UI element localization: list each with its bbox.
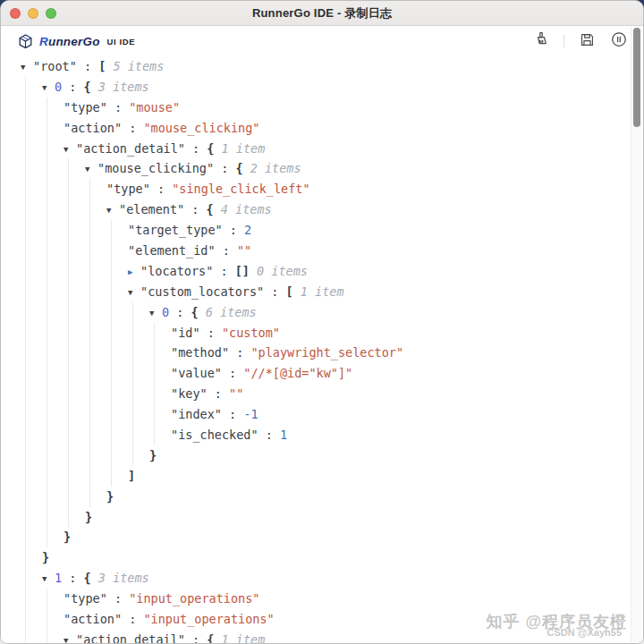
node-key: "element_id" <box>128 243 216 258</box>
expanded-toggle-icon[interactable]: ▼ <box>128 283 140 303</box>
open-bracket: { <box>84 80 91 94</box>
indent-guide <box>25 425 26 445</box>
colon: : <box>122 612 143 626</box>
minimize-window-button[interactable] <box>28 8 38 19</box>
open-bracket: { <box>207 202 214 216</box>
tree-row[interactable]: ▼"action_detail" : { 1 item <box>1 630 643 643</box>
floppy-disk-icon <box>579 31 596 52</box>
expanded-toggle-icon[interactable]: ▼ <box>106 200 119 221</box>
indent-guide <box>89 179 90 199</box>
open-bracket: [ <box>286 284 293 299</box>
tree-row[interactable]: ▼1 : { 3 items <box>1 568 643 589</box>
clean-logs-button[interactable] <box>531 31 551 51</box>
indent-guide <box>47 97 47 118</box>
node-key: "locators" <box>140 264 213 278</box>
node-key: "method" <box>171 345 229 360</box>
indent-guide <box>111 241 112 261</box>
indent-guide <box>68 179 69 199</box>
expanded-toggle-icon[interactable]: ▼ <box>149 303 162 324</box>
indent-guide <box>25 199 26 220</box>
indent-guide <box>47 179 47 199</box>
tree-row[interactable]: ▼"element" : { 4 items <box>1 199 643 220</box>
tree-row[interactable]: ▼0 : { 6 items <box>1 302 643 323</box>
tree-row: "action" : "mouse_clicking" <box>1 118 643 139</box>
indent-guide <box>68 282 69 302</box>
expanded-toggle-icon[interactable]: ▼ <box>64 140 76 160</box>
indent-guide <box>47 220 47 241</box>
expanded-toggle-icon[interactable]: ▼ <box>21 57 33 78</box>
expanded-toggle-icon[interactable]: ▼ <box>85 159 97 180</box>
tree-row: "id" : "custom" <box>1 323 643 343</box>
close-window-button[interactable] <box>10 8 21 19</box>
indent-guide <box>68 343 69 363</box>
indent-guide <box>68 220 69 241</box>
indent-guide <box>68 241 69 261</box>
expanded-toggle-icon[interactable]: ▼ <box>42 78 55 98</box>
collapsed-toggle-icon[interactable]: ▶ <box>128 262 140 283</box>
save-log-button[interactable] <box>577 31 597 51</box>
tree-row[interactable]: ▼"custom_locators" : [ 1 item <box>1 282 643 302</box>
indent-guide <box>25 589 26 609</box>
indent-guide <box>89 487 90 507</box>
indent-guide <box>25 139 26 159</box>
indent-guide <box>47 507 47 528</box>
brand-name: RunnerGo <box>39 35 100 48</box>
colon: : <box>264 284 285 299</box>
colon: : <box>77 59 98 73</box>
pause-recording-button[interactable] <box>609 31 629 51</box>
colon: : <box>150 182 172 196</box>
expanded-toggle-icon[interactable]: ▼ <box>42 569 55 589</box>
node-key: 1 <box>55 571 62 585</box>
indent-guide <box>25 77 26 97</box>
indent-guide <box>25 507 26 528</box>
indent-guide <box>47 139 47 159</box>
tree-row[interactable]: ▼"mouse_clicking" : { 2 items <box>1 158 643 179</box>
indent-guide <box>25 630 26 643</box>
indent-guide <box>25 179 26 199</box>
close-bracket: } <box>85 510 92 524</box>
tree-row: "index" : -1 <box>1 404 643 425</box>
expanded-toggle-icon[interactable]: ▼ <box>64 631 76 643</box>
scrollbar-thumb[interactable] <box>633 28 640 127</box>
item-count: 3 items <box>91 571 149 585</box>
tree-row[interactable]: ▼"root" : [ 5 items <box>1 56 643 77</box>
open-bracket: { <box>84 571 91 585</box>
tree-row[interactable]: ▶"locators" : [] 0 items <box>1 261 643 282</box>
indent-guide <box>111 282 112 302</box>
indent-guide <box>111 466 112 487</box>
node-value: "input_operations" <box>129 591 259 606</box>
tree-close-row: ] <box>1 466 643 487</box>
indent-guide <box>47 404 47 425</box>
item-count: 2 items <box>243 161 301 175</box>
tree-close-row: } <box>1 507 643 528</box>
indent-guide <box>47 343 47 363</box>
indent-guide <box>68 404 69 425</box>
indent-guide <box>89 323 90 343</box>
colon: : <box>216 243 237 258</box>
indent-guide <box>132 445 133 466</box>
indent-guide <box>154 384 155 404</box>
broom-icon <box>532 30 550 52</box>
tree-row[interactable]: ▼"action_detail" : { 1 item <box>1 139 643 159</box>
close-bracket: ] <box>128 469 135 483</box>
indent-guide <box>47 466 47 487</box>
item-count: 1 item <box>214 632 265 643</box>
indent-guide <box>25 282 26 302</box>
colon: : <box>107 591 129 606</box>
indent-guide <box>25 261 26 282</box>
indent-guide <box>154 363 155 384</box>
node-key: "action" <box>64 121 122 135</box>
node-key: "is_checked" <box>171 428 258 442</box>
indent-guide <box>89 261 90 282</box>
tree-row: "target_type" : 2 <box>1 220 643 241</box>
indent-guide <box>25 158 26 179</box>
close-bracket: } <box>64 530 71 544</box>
tree-row[interactable]: ▼0 : { 3 items <box>1 77 643 97</box>
indent-guide <box>154 343 155 363</box>
zoom-window-button[interactable] <box>46 8 56 19</box>
open-bracket: { <box>191 305 199 319</box>
indent-guide <box>132 384 133 404</box>
indent-guide <box>154 425 155 445</box>
indent-guide <box>68 323 69 343</box>
runnergo-logo-icon <box>17 33 34 50</box>
